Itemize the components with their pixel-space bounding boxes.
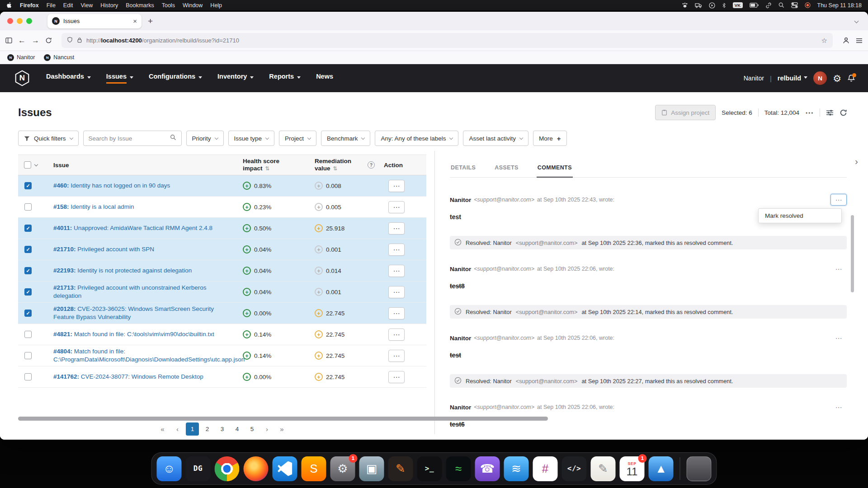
- menu-item[interactable]: File: [47, 2, 56, 9]
- table-row[interactable]: ✓ #4804: Match found in file: C:\Program…: [18, 345, 426, 366]
- row-actions-button[interactable]: ⋯: [388, 244, 405, 256]
- column-header-issue[interactable]: Issue: [50, 162, 239, 169]
- table-row[interactable]: ✓ #20128: CVE-2023-36025: Windows SmartS…: [18, 303, 426, 324]
- forward-button[interactable]: →: [32, 37, 39, 44]
- dock-vscode[interactable]: [273, 456, 297, 481]
- help-icon[interactable]: ?: [368, 161, 375, 169]
- row-checkbox[interactable]: ✓: [24, 203, 32, 211]
- row-actions-button[interactable]: ⋯: [388, 371, 405, 383]
- close-window-button[interactable]: [7, 18, 13, 24]
- user-avatar[interactable]: N: [813, 71, 827, 85]
- row-checkbox[interactable]: ✓: [24, 310, 32, 317]
- menu-item[interactable]: History: [100, 2, 118, 9]
- dock-activity-monitor[interactable]: ≈: [446, 456, 471, 481]
- dock-terminal[interactable]: >_: [417, 456, 442, 481]
- menu-item[interactable]: Help: [210, 2, 222, 9]
- selection-menu-chevron-icon[interactable]: [34, 162, 38, 166]
- page-button[interactable]: 5: [245, 422, 259, 436]
- play-status-icon[interactable]: [709, 2, 715, 9]
- dock-notes[interactable]: ✎: [591, 456, 616, 481]
- tab-close-button[interactable]: ×: [133, 18, 137, 24]
- keyboard-layout-badge[interactable]: VK: [733, 2, 743, 8]
- table-row[interactable]: ✓ #4011: Unapproved: AmidaWare Tactical …: [18, 218, 426, 239]
- bookmark-star-icon[interactable]: ☆: [821, 37, 827, 45]
- nav-configurations[interactable]: Configurations: [149, 73, 202, 84]
- dock-sublime[interactable]: S: [302, 456, 326, 481]
- column-header-health[interactable]: Health score impact ⇅: [239, 158, 311, 172]
- row-checkbox[interactable]: ✓: [24, 331, 32, 338]
- previous-page-button[interactable]: ‹: [171, 422, 184, 436]
- page-button[interactable]: 1: [186, 422, 199, 436]
- row-checkbox[interactable]: ✓: [24, 352, 32, 359]
- menu-firefox[interactable]: Firefox: [20, 2, 39, 9]
- assign-project-button[interactable]: Assign project: [655, 105, 716, 120]
- row-actions-button[interactable]: ⋯: [388, 307, 405, 319]
- sort-icon[interactable]: ⇅: [265, 165, 269, 172]
- search-input[interactable]: [89, 135, 166, 142]
- row-checkbox[interactable]: ✓: [24, 373, 32, 380]
- row-actions-button[interactable]: ⋯: [388, 265, 405, 277]
- tab-details[interactable]: DETAILS: [450, 164, 476, 178]
- apple-menu-icon[interactable]: [6, 2, 12, 9]
- browser-tab[interactable]: N Issues ×: [47, 14, 142, 28]
- more-filters-button[interactable]: More +: [533, 131, 567, 146]
- nav-issues[interactable]: Issues: [106, 73, 133, 84]
- menu-item[interactable]: Edit: [63, 2, 73, 9]
- menu-hamburger-icon[interactable]: [856, 38, 863, 43]
- paw-status-icon[interactable]: [682, 2, 688, 8]
- next-page-button[interactable]: ›: [260, 422, 274, 436]
- comment-actions-button[interactable]: ⋯: [830, 194, 847, 206]
- dock-devtools[interactable]: </>: [562, 456, 587, 481]
- filter-labels[interactable]: Any: Any of these labels: [375, 131, 458, 146]
- table-row[interactable]: ✓ #21710: Privileged account with SPN +0…: [18, 239, 426, 260]
- dock-pen-tool[interactable]: ✎: [388, 456, 413, 481]
- list-all-tabs-button[interactable]: [855, 19, 858, 23]
- dock-datagrip[interactable]: DG: [186, 456, 211, 481]
- row-actions-button[interactable]: ⋯: [388, 328, 405, 341]
- link-status-icon[interactable]: [765, 2, 772, 9]
- sort-icon[interactable]: ⇅: [333, 165, 337, 172]
- dock-finder[interactable]: ☺: [157, 456, 182, 481]
- sidebar-toggle-icon[interactable]: [5, 38, 12, 43]
- issue-link[interactable]: #22193: Identity is not protected agains…: [53, 267, 192, 274]
- dock-trash[interactable]: [687, 456, 712, 481]
- dock-calendar[interactable]: SEP 11 1: [620, 456, 645, 481]
- issue-link[interactable]: #21710: Privileged account with SPN: [53, 246, 154, 253]
- table-row[interactable]: ✓ #141762: CVE-2024-38077: Windows Remot…: [18, 366, 426, 388]
- mark-resolved-menu-item[interactable]: Mark resolved: [759, 209, 841, 223]
- url-text[interactable]: http://localhost:4200/organization/relbu…: [86, 37, 239, 44]
- dock-slack[interactable]: #: [533, 456, 558, 481]
- row-checkbox[interactable]: ✓: [24, 267, 32, 274]
- row-actions-button[interactable]: ⋯: [388, 286, 405, 298]
- dock-preview[interactable]: ▲: [649, 456, 674, 481]
- row-actions-button[interactable]: ⋯: [388, 222, 405, 235]
- address-bar[interactable]: http://localhost:4200/organization/relbu…: [61, 33, 833, 48]
- dock-docker[interactable]: ≋: [504, 456, 529, 481]
- dock-remote-desktop[interactable]: ▣: [359, 456, 384, 481]
- row-actions-button[interactable]: ⋯: [388, 201, 405, 213]
- new-tab-button[interactable]: +: [148, 17, 153, 25]
- truck-status-icon[interactable]: [695, 3, 702, 8]
- menu-item[interactable]: Tools: [162, 2, 175, 9]
- settings-gear-icon[interactable]: ⚙: [833, 74, 841, 83]
- comment-actions-button[interactable]: ⋯: [830, 401, 847, 413]
- collapse-panel-chevron-icon[interactable]: ›: [855, 156, 858, 166]
- site-info-lock-icon[interactable]: [77, 37, 82, 45]
- issue-link[interactable]: #4804: Match found in file: C:\ProgramDa…: [53, 348, 245, 363]
- account-icon[interactable]: [842, 37, 850, 44]
- row-checkbox[interactable]: ✓: [24, 225, 32, 232]
- column-header-remediation[interactable]: Remediation value ⇅ ?: [311, 158, 380, 172]
- bluetooth-icon[interactable]: [722, 2, 726, 9]
- filter-priority[interactable]: Priority: [186, 131, 224, 146]
- nanitor-logo[interactable]: N: [14, 70, 31, 87]
- table-row[interactable]: ✓ #21713: Privileged account with uncons…: [18, 282, 426, 303]
- dock-firefox[interactable]: [244, 456, 269, 481]
- row-checkbox[interactable]: ✓: [24, 182, 32, 189]
- record-status-icon[interactable]: [805, 2, 811, 8]
- comment-actions-button[interactable]: ⋯: [830, 332, 847, 344]
- bookmark-nancust[interactable]: N Nancust: [44, 54, 74, 61]
- back-button[interactable]: ←: [18, 37, 26, 44]
- menu-bar-clock[interactable]: Thu Sep 11 18:18: [817, 2, 862, 9]
- issue-link[interactable]: #21713: Privileged account with unconstr…: [53, 284, 206, 299]
- nav-inventory[interactable]: Inventory: [217, 73, 254, 84]
